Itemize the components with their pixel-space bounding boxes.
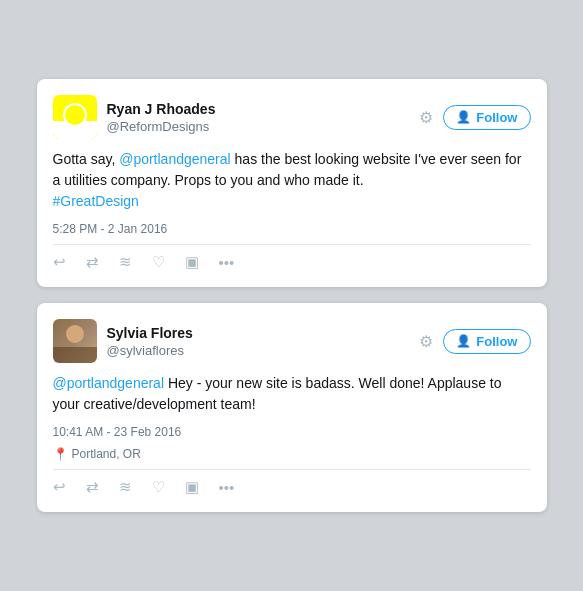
more-button-1[interactable]: ••• — [219, 254, 235, 271]
avatar-1 — [53, 95, 97, 139]
tweet-timestamp-2: 10:41 AM - 23 Feb 2016 — [53, 425, 531, 439]
reply-button-1[interactable]: ↩ — [53, 253, 66, 271]
user-name-1: Ryan J Rhoades — [107, 100, 420, 118]
user-name-2: Sylvia Flores — [107, 324, 420, 342]
follow-icon-1: 👤 — [456, 110, 471, 124]
location-pin-icon: 📍 — [53, 447, 68, 461]
favorite-button-1[interactable]: ♡ — [152, 253, 165, 271]
user-info-2: Sylvia Flores @sylviaflores — [107, 324, 420, 357]
header-actions-1: ⚙ 👤 Follow — [419, 105, 530, 130]
media-button-2[interactable]: ▣ — [185, 478, 199, 496]
user-handle-1: @ReformDesigns — [107, 119, 420, 134]
tweet-actions-1: ↩ ⇄ ≋ ♡ ▣ ••• — [53, 253, 531, 271]
header-actions-2: ⚙ 👤 Follow — [419, 329, 530, 354]
mention-portlandgeneral-2[interactable]: @portlandgeneral — [53, 375, 165, 391]
tweet-actions-2: ↩ ⇄ ≋ ♡ ▣ ••• — [53, 478, 531, 496]
divider-1 — [53, 244, 531, 245]
stack-icon-2[interactable]: ≋ — [119, 478, 132, 496]
user-handle-2: @sylviaflores — [107, 343, 420, 358]
follow-button-1[interactable]: 👤 Follow — [443, 105, 530, 130]
divider-2 — [53, 469, 531, 470]
user-info-1: Ryan J Rhoades @ReformDesigns — [107, 100, 420, 133]
reply-button-2[interactable]: ↩ — [53, 478, 66, 496]
tweet-timestamp-1: 5:28 PM - 2 Jan 2016 — [53, 222, 531, 236]
media-button-1[interactable]: ▣ — [185, 253, 199, 271]
tweet-card-2: Sylvia Flores @sylviaflores ⚙ 👤 Follow @… — [37, 303, 547, 512]
mention-portlandgeneral-1[interactable]: @portlandgeneral — [119, 151, 231, 167]
tweet-header-2: Sylvia Flores @sylviaflores ⚙ 👤 Follow — [53, 319, 531, 363]
tweet-card-1: Ryan J Rhoades @ReformDesigns ⚙ 👤 Follow… — [37, 79, 547, 287]
location-text: Portland, OR — [72, 447, 141, 461]
gear-icon-1[interactable]: ⚙ — [419, 108, 433, 127]
tweet-text-2: @portlandgeneral Hey - your new site is … — [53, 373, 531, 415]
avatar-2 — [53, 319, 97, 363]
retweet-button-2[interactable]: ⇄ — [86, 478, 99, 496]
follow-button-2[interactable]: 👤 Follow — [443, 329, 530, 354]
tweet-location-2: 📍 Portland, OR — [53, 447, 531, 461]
stack-icon-1[interactable]: ≋ — [119, 253, 132, 271]
more-button-2[interactable]: ••• — [219, 479, 235, 496]
tweet-header-1: Ryan J Rhoades @ReformDesigns ⚙ 👤 Follow — [53, 95, 531, 139]
hashtag-greatdesign[interactable]: #GreatDesign — [53, 193, 139, 209]
tweet-text-1: Gotta say, @portlandgeneral has the best… — [53, 149, 531, 212]
favorite-button-2[interactable]: ♡ — [152, 478, 165, 496]
follow-label-2: Follow — [476, 334, 517, 349]
follow-icon-2: 👤 — [456, 334, 471, 348]
follow-label-1: Follow — [476, 110, 517, 125]
retweet-button-1[interactable]: ⇄ — [86, 253, 99, 271]
gear-icon-2[interactable]: ⚙ — [419, 332, 433, 351]
